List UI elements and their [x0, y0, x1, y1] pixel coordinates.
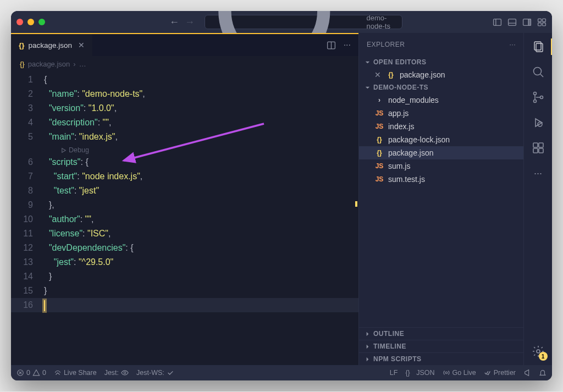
minimize-window-button[interactable]	[27, 19, 34, 25]
command-center[interactable]: demo-node-ts	[205, 15, 402, 29]
file-tree-item[interactable]: JSsum.js	[359, 159, 523, 173]
status-language[interactable]: {} JSON	[405, 369, 434, 377]
code-editor[interactable]: Debug 1{2 "name": "demo-node-ts",3 "vers…	[11, 71, 358, 365]
close-icon[interactable]: ✕	[374, 70, 382, 79]
section-label: OUTLINE	[373, 330, 404, 338]
code-line[interactable]: 4 "description": "",	[11, 115, 358, 130]
file-tree-item[interactable]: {}package-lock.json	[359, 133, 523, 146]
file-tree-item[interactable]: ›node_modules	[359, 93, 523, 107]
file-tree-item[interactable]: JSapp.js	[359, 107, 523, 120]
open-editor-item[interactable]: ✕{}package.json	[359, 68, 523, 81]
code-line[interactable]: 15}	[11, 284, 358, 298]
toggle-sidebar-left-icon[interactable]	[493, 18, 502, 27]
file-tree-item[interactable]: {}package.json	[359, 146, 523, 159]
breadcrumb[interactable]: {} package.json › …	[11, 56, 358, 71]
file-label: package.json	[400, 70, 445, 79]
collapsed-section[interactable]: TIMELINE	[359, 340, 523, 352]
svg-rect-2	[509, 19, 516, 25]
breadcrumb-separator-icon: ›	[73, 60, 75, 68]
settings-badge: 1	[539, 352, 548, 361]
debug-codelens[interactable]: Debug	[60, 143, 89, 157]
file-label: node_modules	[388, 96, 439, 104]
line-number: 10	[11, 212, 44, 227]
code-line[interactable]: 12 "devDependencies": {	[11, 241, 358, 255]
status-feedback[interactable]	[523, 369, 531, 377]
code-line[interactable]: 7 "start": "node index.js",	[11, 169, 358, 184]
open-editors-section[interactable]: OPEN EDITORS	[359, 56, 523, 68]
code-line[interactable]: 11 "license": "ISC",	[11, 227, 358, 241]
more-actions-icon[interactable]: ···	[344, 40, 351, 50]
explorer-more-icon[interactable]: ···	[509, 41, 516, 48]
line-number: 16	[11, 298, 44, 312]
collapsed-section[interactable]: OUTLINE	[359, 327, 523, 340]
svg-rect-7	[538, 23, 542, 25]
code-line[interactable]: 5 "main": "index.js",	[11, 130, 358, 144]
status-liveshare[interactable]: Live Share	[54, 369, 97, 377]
vscode-window: ← → demo-node-ts {} package.json ✕	[11, 11, 552, 380]
warning-icon	[32, 369, 40, 377]
play-icon	[60, 147, 67, 153]
titlebar: ← → demo-node-ts	[11, 11, 552, 33]
bell-icon	[539, 369, 547, 377]
megaphone-icon	[523, 369, 531, 377]
eye-icon	[121, 369, 129, 377]
file-tree-item[interactable]: JSindex.js	[359, 120, 523, 133]
nav-forward-icon[interactable]: →	[185, 16, 195, 28]
maximize-window-button[interactable]	[38, 19, 45, 25]
file-label: app.js	[388, 109, 409, 118]
status-problems[interactable]: 0 0	[16, 369, 46, 377]
history-nav: ← →	[169, 16, 195, 28]
code-line[interactable]: 16	[11, 298, 358, 312]
line-number: 7	[11, 169, 44, 184]
svg-rect-6	[543, 19, 546, 21]
line-number: 12	[11, 241, 44, 255]
status-eol[interactable]: LF	[390, 369, 398, 377]
code-line[interactable]: 1{	[11, 73, 358, 87]
status-prettier[interactable]: Prettier	[484, 369, 516, 377]
svg-point-22	[537, 350, 540, 353]
svg-rect-5	[538, 19, 542, 21]
tab-close-icon[interactable]: ✕	[78, 41, 85, 49]
code-line[interactable]: 9 },	[11, 198, 358, 212]
explorer-activity-icon[interactable]	[531, 40, 545, 54]
status-notifications[interactable]	[539, 369, 547, 377]
file-label: index.js	[388, 122, 414, 131]
code-line[interactable]: 13 "jest": "^29.5.0"	[11, 255, 358, 269]
toggle-panel-bottom-icon[interactable]	[507, 18, 517, 27]
tab-package-json[interactable]: {} package.json ✕	[11, 34, 93, 56]
code-line[interactable]: 3 "version": "1.0.0",	[11, 101, 358, 115]
line-number: 15	[11, 284, 44, 298]
status-jest-ws[interactable]: Jest-WS:	[136, 369, 174, 377]
settings-gear-icon[interactable]: 1	[531, 344, 545, 358]
line-number: 14	[11, 269, 44, 284]
source-control-activity-icon[interactable]	[531, 90, 545, 104]
extensions-activity-icon[interactable]	[531, 141, 545, 155]
code-line[interactable]: 10 "author": "",	[11, 212, 358, 227]
chevron-down-icon	[365, 59, 371, 65]
toggle-sidebar-right-icon[interactable]	[522, 18, 532, 27]
search-activity-icon[interactable]	[531, 65, 545, 79]
code-line[interactable]: 8 "test": "jest"	[11, 184, 358, 198]
chevron-right-icon	[365, 356, 371, 362]
run-debug-activity-icon[interactable]	[531, 115, 545, 130]
editor-area: {} package.json ✕ ··· {} package.json › …	[11, 33, 358, 365]
file-tree-item[interactable]: JSsum.test.js	[359, 173, 523, 186]
line-number: 3	[11, 101, 44, 115]
code-line[interactable]: 2 "name": "demo-node-ts",	[11, 87, 358, 101]
line-number: 8	[11, 184, 44, 198]
split-editor-icon[interactable]	[327, 41, 336, 50]
line-number: 4	[11, 115, 44, 130]
more-activity-icon[interactable]: ···	[531, 166, 545, 180]
svg-rect-12	[536, 43, 543, 52]
line-number: 5	[11, 130, 44, 144]
code-line[interactable]: 14 }	[11, 269, 358, 284]
customize-layout-icon[interactable]	[537, 18, 547, 27]
liveshare-icon	[54, 369, 62, 377]
collapsed-section[interactable]: NPM SCRIPTS	[359, 352, 523, 365]
close-window-button[interactable]	[16, 19, 23, 25]
workspace-section[interactable]: DEMO-NODE-TS	[359, 81, 523, 93]
nav-back-icon[interactable]: ←	[169, 16, 179, 28]
line-number: 9	[11, 198, 44, 212]
status-golive[interactable]: Go Live	[443, 369, 476, 377]
status-jest[interactable]: Jest:	[104, 369, 129, 377]
